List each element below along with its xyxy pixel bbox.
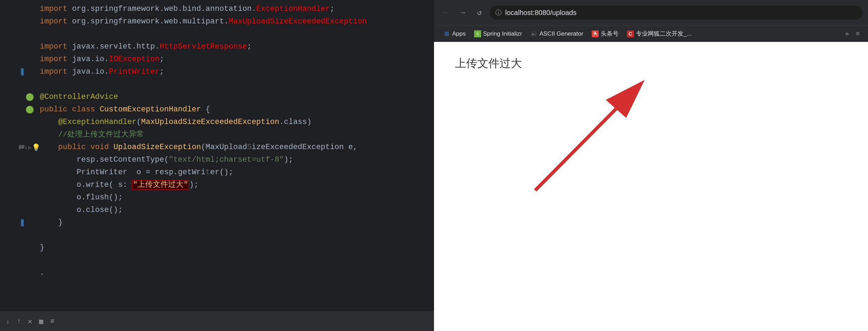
bookmark-ascii-label: ASCII Generator — [539, 30, 583, 37]
code-line-5: import java.io.IOException; — [0, 53, 434, 66]
c-icon: C — [627, 30, 634, 37]
code-content-4: import javax.servlet.http.HttpServletRes… — [38, 41, 434, 53]
code-line-6: import java.io.PrintWriter; — [0, 66, 434, 78]
code-lines: import org.springframework.web.bind.anno… — [0, 3, 434, 311]
code-line-17: o.close(); — [0, 204, 434, 216]
highlighted-string: "上传文件过大" — [132, 180, 189, 190]
class-icon: 🟢 — [25, 105, 34, 114]
code-line-9: 🟢 public class CustomExceptionHandler { — [0, 103, 434, 116]
code-content-7 — [38, 78, 434, 91]
code-line-13: resp.setContentType("text/html;charset=u… — [0, 154, 434, 166]
bookmark-toutiao[interactable]: 头 头条号 — [588, 28, 622, 39]
bookmark-spring[interactable]: S Spring Initializr — [471, 29, 526, 39]
toolbar-grid-icon[interactable]: ▦ — [39, 317, 43, 326]
bookmark-apps[interactable]: ⊞ Apps — [440, 29, 469, 39]
ide-bottom-toolbar: ↓ ↑ ✕ ▦ ≡ — [0, 311, 434, 331]
code-line-12: @R↓ ▷ 💡 public void UploadSizeException(… — [0, 141, 434, 154]
code-line-4: import javax.servlet.http.HttpServletRes… — [0, 41, 434, 53]
fold-marker[interactable]: ▷ — [28, 145, 31, 150]
code-content-15: o.write( s: "上传文件过大"); — [38, 179, 434, 191]
code-line-7 — [0, 78, 434, 91]
address-bar[interactable]: ⓘ localhost:8080/uploads — [490, 6, 862, 20]
toolbar-close-icon[interactable]: ✕ — [28, 317, 32, 326]
svg-text:S: S — [476, 32, 479, 36]
back-button[interactable]: ← — [440, 6, 452, 19]
gutter-12: @R↓ ▷ 💡 — [21, 143, 38, 152]
ascii-icon: A→ — [530, 30, 537, 37]
browser-content: 上传文件过大 — [434, 42, 868, 331]
toolbar-menu-icon[interactable]: ≡ — [50, 317, 54, 325]
bookmark-mark-2 — [21, 219, 24, 226]
code-content-10: @ExceptionHandler(MaxUploadSizeExceededE… — [38, 116, 434, 128]
bookmark-c-dev[interactable]: C 专业网狐二次开发_... — [623, 28, 695, 39]
code-line-11: //处理上传文件过大异常 — [0, 128, 434, 141]
bookmark-c-label: 专业网狐二次开发_... — [636, 30, 692, 38]
toolbar-up-icon[interactable]: ↑ — [17, 317, 21, 325]
bookmark-apps-label: Apps — [452, 30, 466, 37]
code-area: import org.springframework.web.bind.anno… — [0, 0, 434, 311]
reload-button[interactable]: ↺ — [473, 6, 486, 19]
svg-text:A→: A→ — [532, 33, 536, 36]
code-content-11: //处理上传文件过大异常 — [38, 128, 434, 141]
code-content-17: o.close(); — [38, 204, 434, 216]
bookmarks-chevron[interactable]: » — [842, 29, 852, 39]
gutter-8: 🟢 — [21, 93, 38, 102]
ide-panel: import org.springframework.web.bind.anno… — [0, 0, 434, 331]
code-line-18: } — [0, 216, 434, 229]
code-line-20: } — [0, 242, 434, 254]
page-message: 上传文件过大 — [455, 56, 847, 71]
code-content-13: resp.setContentType("text/html;charset=u… — [38, 154, 434, 166]
svg-line-5 — [535, 85, 640, 190]
code-line-15: o.write( s: "上传文件过大"); — [0, 179, 434, 191]
url-text: localhost:8080/uploads — [505, 9, 577, 17]
code-line-14: PrintWriter o = resp.getWriter(); — [0, 166, 434, 179]
code-content-3 — [38, 28, 434, 41]
toutiao-icon: 头 — [592, 30, 599, 37]
code-content-12: public void UploadSizeException(MaxUploa… — [38, 141, 434, 154]
code-content-9: public class CustomExceptionHandler { — [38, 103, 434, 116]
code-line-22: . — [0, 267, 434, 279]
bookmark-ascii[interactable]: A→ ASCII Generator — [527, 29, 587, 39]
controller-advice-icon: 🟢 — [25, 93, 34, 102]
code-content-19 — [38, 229, 434, 242]
annotation-marker: @R↓ — [19, 145, 28, 150]
code-content-18: } — [38, 216, 434, 229]
code-content-16: o.flush(); — [38, 191, 434, 204]
code-line-21 — [0, 254, 434, 267]
bookmark-mark — [21, 68, 24, 75]
browser-panel: ← → ↺ ⓘ localhost:8080/uploads ⊞ Apps S … — [434, 0, 868, 331]
code-content-6: import java.io.PrintWriter; — [38, 66, 434, 78]
bookmark-spring-label: Spring Initializr — [483, 30, 522, 37]
code-line-16: o.flush(); — [0, 191, 434, 204]
code-content-20: } — [38, 242, 434, 254]
spring-icon: S — [474, 30, 481, 37]
gutter-9: 🟢 — [21, 105, 38, 114]
toolbar-down-icon[interactable]: ↓ — [6, 317, 10, 325]
bookmark-toutiao-label: 头条号 — [601, 30, 619, 38]
browser-toolbar: ← → ↺ ⓘ localhost:8080/uploads — [434, 0, 868, 25]
code-content-21 — [38, 254, 434, 267]
code-line-1: import org.springframework.web.bind.anno… — [0, 3, 434, 15]
code-line-10: @ExceptionHandler(MaxUploadSizeExceededE… — [0, 116, 434, 128]
code-content-1: import org.springframework.web.bind.anno… — [38, 3, 434, 15]
red-arrow-overlay — [434, 42, 868, 331]
code-content-2: import org.springframework.web.multipart… — [38, 15, 434, 28]
forward-button[interactable]: → — [456, 6, 469, 19]
code-content-14: PrintWriter o = resp.getWriter(); — [38, 166, 434, 179]
code-content-22: . — [38, 267, 434, 279]
extensions-button[interactable]: ≡ — [853, 29, 862, 39]
code-line-8: 🟢 @ControllerAdvice — [0, 91, 434, 103]
code-line-2: import org.springframework.web.multipart… — [0, 15, 434, 28]
code-content-5: import java.io.IOException; — [38, 53, 434, 66]
code-line-19 — [0, 229, 434, 242]
lightbulb-icon[interactable]: 💡 — [32, 143, 40, 152]
apps-icon: ⊞ — [443, 30, 450, 37]
lock-icon: ⓘ — [495, 8, 502, 17]
code-content-8: @ControllerAdvice — [38, 91, 434, 103]
bookmarks-bar: ⊞ Apps S Spring Initializr A→ ASCII Gene… — [434, 25, 868, 42]
code-line-3 — [0, 28, 434, 41]
